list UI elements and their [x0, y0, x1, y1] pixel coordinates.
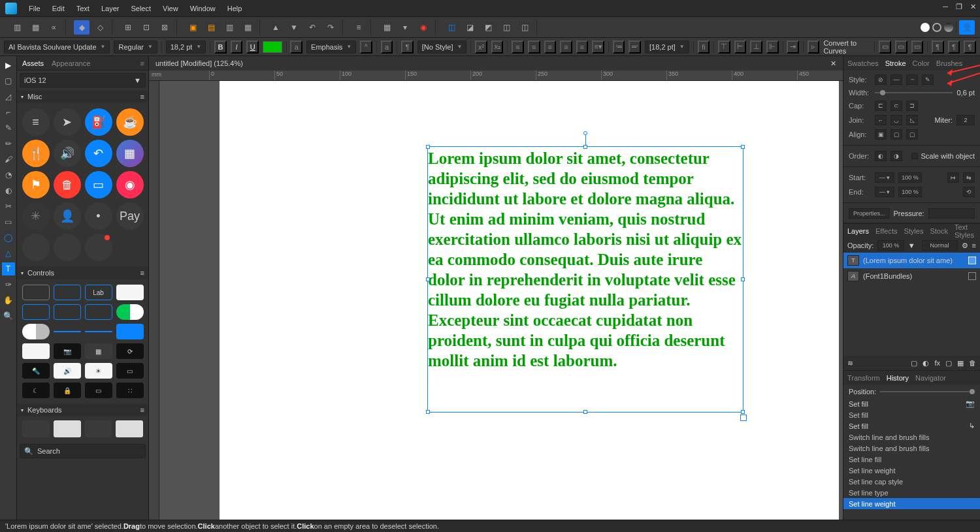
snapping-icon[interactable]: ▦: [379, 20, 395, 35]
history-item[interactable]: Set line fill: [843, 454, 980, 465]
asset-spinner-icon[interactable]: ✳: [22, 202, 50, 230]
section-controls[interactable]: ▾ Controls ≡: [17, 266, 148, 279]
layer-row[interactable]: T (Lorem ipsum dolor sit ame): [843, 253, 980, 268]
asset-fuel-icon[interactable]: ⛽: [85, 108, 112, 136]
text-frame-icon2[interactable]: ▭: [895, 40, 907, 54]
align-panel-icon[interactable]: ≡: [351, 20, 367, 35]
pressure-curve[interactable]: [928, 208, 975, 219]
tab-effects[interactable]: Effects: [875, 227, 897, 235]
ctrl-switch-off[interactable]: [22, 324, 50, 339]
sync-on-icon[interactable]: ◆: [74, 20, 90, 35]
asset-list-icon[interactable]: ≡: [22, 108, 50, 136]
stroke-style-dash-icon[interactable]: ┄: [906, 74, 918, 85]
zoom-tool-icon[interactable]: 🔍: [2, 309, 15, 322]
add-layer-icon[interactable]: ▢: [945, 359, 952, 368]
tab-stock[interactable]: Stock: [930, 227, 948, 235]
panel-menu-icon[interactable]: ≡: [140, 59, 144, 67]
canvas-viewport[interactable]: Lorem ipsum dolor sit amet, consectetur …: [159, 81, 843, 532]
history-item[interactable]: Set line weight: [843, 465, 980, 476]
asset-touchid-icon[interactable]: ◉: [116, 171, 144, 198]
asset-archive-icon[interactable]: ▭: [85, 171, 112, 198]
font-style-dropdown[interactable]: Regular▼: [114, 40, 157, 54]
snap-bounds-icon[interactable]: ⊞: [120, 20, 136, 35]
asset-badge-icon[interactable]: [85, 234, 112, 261]
arrow-link-icon[interactable]: ⟲: [963, 187, 975, 197]
align-outside-stroke-icon[interactable]: ▢: [906, 129, 918, 140]
ctrl-slider2[interactable]: [85, 331, 112, 332]
text-frame-icon1[interactable]: ▭: [879, 40, 891, 54]
ctrl-camera[interactable]: 📷: [54, 343, 81, 359]
tab-appearance[interactable]: Appearance: [52, 59, 90, 67]
history-item[interactable]: Set fill📷: [843, 398, 980, 409]
tab-navigator[interactable]: Navigator: [915, 374, 946, 382]
char-style-icon[interactable]: a: [290, 40, 302, 54]
align-left-icon[interactable]: ≡: [512, 40, 524, 54]
document-tab[interactable]: untitled [Modified] (125.4%) ✕: [149, 56, 843, 70]
pencil-tool-icon[interactable]: ✏: [2, 137, 15, 150]
subscript-icon[interactable]: x₂: [491, 40, 504, 54]
panel-toggle-grid-icon[interactable]: ▦: [27, 20, 43, 35]
arrow-start-dropdown[interactable]: — ▾: [875, 172, 894, 183]
bold-button[interactable]: B: [214, 40, 227, 54]
menu-text[interactable]: Text: [76, 5, 90, 12]
stroke-width-value[interactable]: 0,6 pt: [956, 89, 975, 97]
rotate-cw-icon[interactable]: ↷: [323, 20, 338, 35]
adjustment-icon[interactable]: ◐: [923, 359, 929, 368]
arrow-end-pct[interactable]: 100 %: [898, 187, 922, 197]
valign-justify-icon[interactable]: ⊩: [766, 40, 779, 54]
align-inside-stroke-icon[interactable]: ▢: [890, 129, 902, 140]
tab-styles[interactable]: Styles: [904, 227, 923, 235]
ctrl-blue-outline[interactable]: [54, 285, 81, 300]
asset-search-input[interactable]: 🔍 Search: [20, 444, 146, 458]
account-icon[interactable]: 👤: [959, 20, 975, 35]
resize-handle[interactable]: [426, 145, 430, 149]
ctrl-white-chip[interactable]: [116, 285, 144, 300]
stroke-width-slider[interactable]: [875, 92, 953, 93]
ctrl-volume[interactable]: 🔊: [54, 363, 81, 379]
mask-icon[interactable]: ▢: [911, 359, 917, 368]
close-tab-icon[interactable]: ✕: [830, 59, 836, 68]
minimize-icon[interactable]: ─: [943, 3, 948, 11]
para-panel-icon[interactable]: ¶: [948, 40, 960, 54]
text-frame-content[interactable]: Lorem ipsum dolor sit amet, consectetur …: [428, 147, 743, 372]
rotation-handle[interactable]: [583, 131, 587, 135]
para-style-icon[interactable]: ¶: [401, 40, 414, 54]
section-menu-icon[interactable]: ≡: [140, 269, 144, 277]
bullet-list-icon[interactable]: ≔: [613, 40, 625, 54]
text-frame-icon3[interactable]: ▭: [911, 40, 924, 54]
tab-history[interactable]: History: [887, 374, 909, 382]
asset-cup-icon[interactable]: ☕: [116, 108, 144, 136]
cap-butt-icon[interactable]: ⊏: [875, 101, 887, 111]
asset-dot-icon[interactable]: •: [85, 202, 112, 230]
ctrl-switch-on[interactable]: [116, 304, 144, 320]
node-tool-icon[interactable]: ◿: [2, 90, 15, 103]
resize-handle[interactable]: [583, 145, 587, 149]
section-keyboards[interactable]: ▾ Keyboards ≡: [17, 403, 148, 416]
align-right-icon[interactable]: ≡: [544, 40, 557, 54]
rotate-ccw-icon[interactable]: ↶: [304, 20, 320, 35]
text-frame-tool-icon[interactable]: T: [2, 262, 15, 275]
tab-brushes[interactable]: Brushes: [936, 59, 962, 67]
order-down-icon[interactable]: ▥: [221, 20, 237, 35]
join-miter-icon[interactable]: ⌐: [875, 115, 887, 125]
boolean-intersect-icon[interactable]: ◩: [480, 20, 496, 35]
layer-gear-icon[interactable]: ⚙: [962, 242, 968, 250]
superscript-icon[interactable]: x²: [475, 40, 487, 54]
history-item[interactable]: Set fill↳: [843, 420, 980, 431]
fx-icon[interactable]: fx: [934, 359, 940, 367]
ctrl-screen[interactable]: ▭: [116, 363, 144, 379]
artboard-tool-icon[interactable]: ▢: [2, 74, 15, 87]
typography-panel-icon[interactable]: ¶: [964, 40, 976, 54]
history-position-slider[interactable]: [880, 391, 975, 392]
scale-checkbox[interactable]: [911, 153, 918, 159]
blend-range-icon[interactable]: ≋: [847, 359, 853, 368]
resize-handle[interactable]: [741, 277, 745, 281]
arrow-end-dropdown[interactable]: — ▾: [875, 187, 894, 197]
cap-round-icon[interactable]: ⊂: [890, 101, 902, 111]
tab-swatches[interactable]: Swatches: [847, 59, 879, 67]
text-frame-selection[interactable]: Lorem ipsum dolor sit amet, consectetur …: [427, 146, 743, 413]
layer-visibility-checkbox[interactable]: [968, 257, 976, 264]
tab-color[interactable]: Color: [913, 59, 930, 67]
ctrl-blue-outline3[interactable]: [54, 304, 81, 320]
close-icon[interactable]: ✕: [970, 3, 976, 11]
